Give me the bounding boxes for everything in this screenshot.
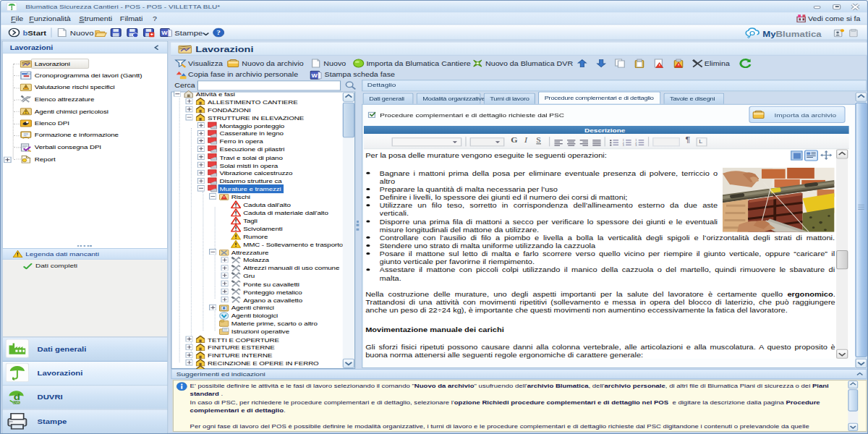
svg-text:?: ?	[216, 29, 221, 36]
svg-text:W: W	[312, 73, 318, 79]
svg-text:3: 3	[635, 144, 637, 147]
svg-text:DVR: DVR	[13, 401, 20, 404]
svg-text:3: 3	[623, 144, 624, 147]
svg-text:W: W	[161, 30, 168, 36]
